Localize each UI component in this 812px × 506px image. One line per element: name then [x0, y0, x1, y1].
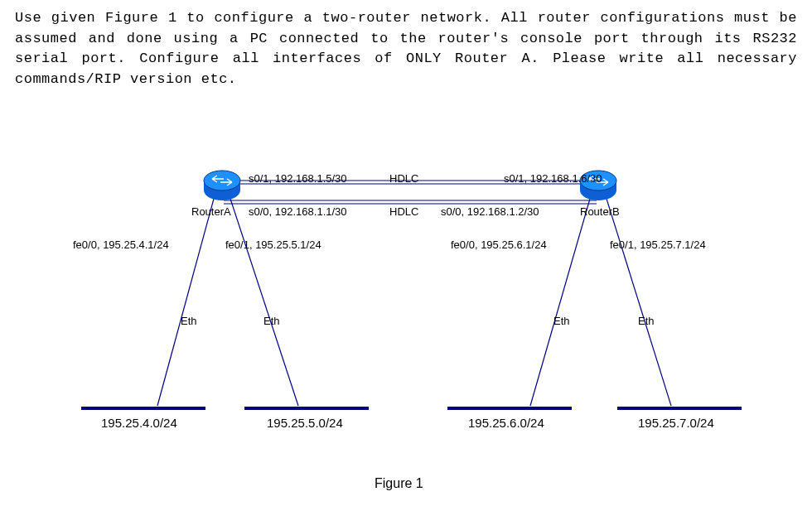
svg-line-7	[607, 199, 671, 406]
hdlc-bottom-label: HDLC	[389, 205, 418, 218]
ra-fe01-label: fe0/1, 195.25.5.1/24	[225, 239, 321, 251]
eth-label-2: Eth	[263, 315, 280, 327]
net4-label: 195.25.7.0/24	[638, 416, 714, 430]
ra-s01-label: s0/1, 192.168.1.5/30	[249, 172, 347, 185]
eth-label-1: Eth	[181, 315, 197, 327]
network-diagram: RouterA RouterB s0/1, 192.168.1.5/30 s0/…	[0, 0, 812, 506]
svg-line-4	[157, 199, 214, 406]
net3-label: 195.25.6.0/24	[468, 416, 544, 430]
rb-fe01-label: fe0/1, 195.25.7.1/24	[610, 239, 706, 251]
net2-label: 195.25.5.0/24	[267, 416, 343, 430]
router-a-icon	[204, 171, 240, 200]
rb-s01-label: s0/1, 192.168.1.6/30	[504, 172, 602, 185]
eth-label-4: Eth	[638, 315, 655, 327]
router-a-label: RouterA	[191, 205, 231, 218]
router-b-label: RouterB	[580, 205, 620, 218]
svg-point-14	[204, 171, 240, 190]
hdlc-top-label: HDLC	[389, 172, 418, 185]
rb-fe00-label: fe0/0, 195.25.6.1/24	[451, 239, 547, 251]
rb-s00-label: s0/0, 192.168.1.2/30	[441, 205, 539, 218]
svg-line-5	[230, 199, 298, 406]
ra-s00-label: s0/0, 192.168.1.1/30	[249, 205, 347, 218]
svg-line-6	[530, 199, 590, 406]
net1-label: 195.25.4.0/24	[101, 416, 177, 430]
ra-fe00-label: fe0/0, 195.25.4.1/24	[73, 239, 169, 251]
figure-caption: Figure 1	[375, 476, 423, 491]
eth-label-3: Eth	[553, 315, 570, 327]
